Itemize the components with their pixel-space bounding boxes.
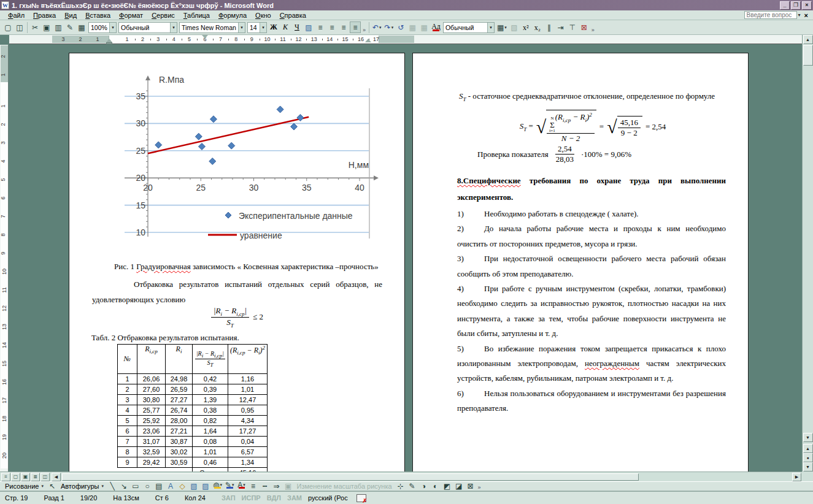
menu-formula[interactable]: Формула [214,11,251,20]
font-color-button-2[interactable]: А▾ [236,482,247,491]
first-line-indent-marker[interactable] [202,35,208,39]
vertical-scroll-thumb[interactable] [803,45,813,66]
chevron-down-icon[interactable]: ▾ [238,23,245,32]
copy-button[interactable]: ▣ [41,21,52,33]
font-color-button[interactable]: Ад [430,21,442,33]
fit-picture-button[interactable]: ⊠ [579,21,590,33]
browse-object-button[interactable]: ● [803,453,813,462]
chevron-down-icon[interactable]: ▾ [504,25,507,30]
align-justify-button[interactable]: ≡ [350,21,361,33]
style-select[interactable]: Обычный▾ [118,22,177,33]
scroll-right-arrow-icon[interactable]: ▶ [792,473,801,481]
arrow-button[interactable]: ↘ [118,482,129,491]
menu-format[interactable]: Формат [115,11,147,20]
close-document-button[interactable]: × [802,12,811,19]
refresh-button[interactable]: ↺ [395,21,406,33]
chevron-down-icon[interactable]: ▾ [260,23,266,32]
scroll-down-arrow-icon[interactable]: ▼ [803,433,813,442]
mode-зам[interactable]: ЗАМ [287,494,302,502]
insert-excel-button[interactable]: ▦ [418,21,430,33]
cut-button[interactable]: ✂ [29,21,40,33]
tables-borders-button[interactable]: ▦ [76,21,87,33]
new-document-button[interactable]: ▢ [2,21,13,33]
document-page-2[interactable]: ST - остаточное среднеквадратичное откло… [412,53,749,472]
mode-испр[interactable]: ИСПР [242,494,261,502]
brightness-more-button[interactable]: ◩ [442,482,453,491]
align-right-button[interactable]: ≡ [338,21,349,33]
menu-tools[interactable]: Сервис [147,11,179,20]
menu-window[interactable]: Окно [251,11,275,20]
left-indent-marker[interactable] [106,42,112,44]
toolbar-overflow-button[interactable]: » [477,484,482,491]
line-style-button[interactable]: ≡ [248,482,259,491]
contrast-less-button[interactable]: ◐ [430,482,441,491]
italic-button[interactable]: К [280,21,291,33]
autoshapes-menu-button[interactable]: Автофигуры▾ [58,482,106,491]
oval-button[interactable]: ○ [142,482,153,491]
fill-color-button[interactable]: ◍▾ [212,482,223,491]
minimize-button[interactable]: _ [780,1,790,10]
embedded-chart[interactable]: 3530252015102025303540R.МпаН,ммЭксперипе… [116,70,383,249]
underline-button[interactable]: Ч [291,21,302,33]
insert-picture-button-2[interactable]: ▨ [200,482,211,491]
font-size-select[interactable]: 14▾ [247,22,267,33]
drawing-menu-button[interactable]: Рисование▾ [2,482,46,491]
columns-button[interactable]: ∥ [544,21,555,33]
arrow-style-button[interactable]: ⇒ [271,482,282,491]
chevron-down-icon[interactable]: ▾ [487,23,494,32]
paste-button[interactable]: ▥ [53,21,64,33]
mode-вдл[interactable]: ВДЛ [267,494,281,502]
font-select[interactable]: Times New Roman▾ [179,22,245,33]
menu-insert[interactable]: Вставка [81,11,115,20]
menu-view[interactable]: Вид [60,11,81,20]
print-preview-button[interactable]: ◫ [14,21,25,33]
crop-button[interactable]: ⊹ [395,482,406,491]
chevron-down-icon[interactable]: ▾ [170,23,177,32]
scroll-left-arrow-icon[interactable]: ◀ [52,473,61,481]
view-web-button[interactable]: ▢ [11,473,20,481]
wordart-button[interactable]: А [165,482,176,491]
chevron-down-icon[interactable]: ▾ [379,25,382,30]
previous-page-button[interactable]: ▲ [803,444,813,453]
textbox-button[interactable]: ▤ [153,482,164,491]
rectangle-button[interactable]: ▭ [130,482,141,491]
menu-table[interactable]: Таблица [179,11,214,20]
vertical-scrollbar[interactable]: ▲ ▼ ▲ ● ▼ [802,35,813,472]
horizontal-ruler[interactable]: 3211234567891011121314151617 [9,35,802,44]
format-painter-button[interactable]: ✎ [64,21,75,33]
redo-button[interactable]: ↷▾ [383,21,395,33]
next-page-button[interactable]: ▼ [803,462,813,472]
line-color-button[interactable]: ✎▾ [224,482,236,491]
view-print-button[interactable]: ▣ [21,473,30,481]
line-weight-button[interactable]: ✎ [407,482,418,491]
shading-button[interactable]: ▧ [509,21,520,33]
insert-picture-button[interactable]: ▨ [303,21,314,33]
insert-table-button[interactable]: ▦ [407,21,418,33]
horizontal-scroll-thumb[interactable] [62,473,639,481]
align-center-button[interactable]: ≡ [326,21,337,33]
close-button[interactable]: × [802,1,812,10]
style-select-2[interactable]: Обычный▾ [443,22,495,33]
toolbar-overflow-button[interactable]: » [361,27,367,33]
diagram-button[interactable]: ◇ [177,482,188,491]
right-indent-marker[interactable] [365,39,371,42]
bold-button[interactable]: Ж [268,21,279,33]
undo-button[interactable]: ↶▾ [371,21,383,33]
menu-edit[interactable]: Правка [29,11,60,20]
subscript-button[interactable]: x₂ [532,21,543,33]
vertical-ruler[interactable]: 211234567891011121314151617181920 [0,45,9,472]
view-outline-button[interactable]: ≣ [31,473,40,481]
brightness-less-button[interactable]: ◪ [453,482,464,491]
borders-button[interactable]: ▦▾ [496,21,508,33]
menu-file[interactable]: Файл [4,11,29,20]
chevron-down-icon[interactable]: ▾ [109,23,116,32]
line-button[interactable]: ╲ [107,482,118,491]
superscript-button[interactable]: x² [520,21,531,33]
align-left-button[interactable]: ≡ [315,21,326,33]
mode-зап[interactable]: ЗАП [222,494,236,502]
document-page-1[interactable]: 3530252015102025303540R.МпаН,ммЭксперипе… [69,53,405,472]
scroll-up-arrow-icon[interactable]: ▲ [803,35,813,44]
ask-question-input[interactable] [744,11,797,19]
menu-help[interactable]: Справка [275,11,310,20]
view-normal-button[interactable]: ≡ [1,473,10,481]
